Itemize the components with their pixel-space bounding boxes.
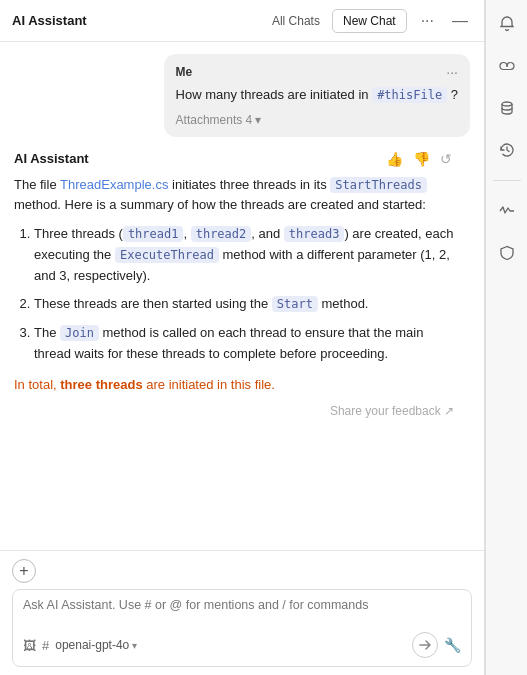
ai-message-body: The file ThreadExample.cs initiates thre… bbox=[14, 175, 454, 396]
ai-summary: In total, three threads are initiated in… bbox=[14, 375, 454, 396]
add-button-row: + bbox=[12, 559, 472, 583]
refresh-icon[interactable]: ↺ bbox=[438, 149, 454, 169]
new-chat-button[interactable]: New Chat bbox=[332, 9, 407, 33]
ai-label: AI Assistant bbox=[14, 151, 89, 166]
svg-point-0 bbox=[502, 102, 512, 106]
ai-actions: 👍 👎 ↺ bbox=[384, 149, 454, 169]
start-tag: Start bbox=[272, 296, 318, 312]
message-more-icon[interactable]: ··· bbox=[446, 64, 458, 80]
summary-after: are initiated in this file. bbox=[143, 377, 275, 392]
start-threads-tag: StartThreads bbox=[330, 177, 427, 193]
attachments-row[interactable]: Attachments 4 ▾ bbox=[176, 113, 458, 127]
user-message-text: How many threads are initiated in #thisF… bbox=[176, 85, 458, 105]
ai-p1-before: The file bbox=[14, 177, 60, 192]
user-message-header: Me ··· bbox=[176, 64, 458, 80]
model-label: openai-gpt-4o bbox=[55, 638, 129, 652]
all-chats-button[interactable]: All Chats bbox=[264, 10, 328, 32]
ai-list-item-1: Three threads (thread1, thread2, and thr… bbox=[34, 224, 454, 286]
feedback-link[interactable]: Share your feedback ↗ bbox=[330, 404, 454, 418]
sidebar-icon-activity[interactable] bbox=[495, 199, 519, 223]
model-selector[interactable]: openai-gpt-4o ▾ bbox=[55, 638, 137, 652]
sidebar-divider bbox=[493, 180, 521, 181]
bottom-bar: + 🖼 # openai-gpt-4o ▾ 🔧 bbox=[0, 550, 484, 675]
app-title: AI Assistant bbox=[12, 13, 87, 28]
ai-message-header: AI Assistant 👍 👎 ↺ bbox=[14, 149, 454, 169]
chat-input[interactable] bbox=[23, 598, 461, 626]
user-text-after: ? bbox=[447, 87, 458, 102]
chat-panel: AI Assistant All Chats New Chat ··· — Me… bbox=[0, 0, 485, 675]
file-link[interactable]: ThreadExample.cs bbox=[60, 177, 168, 192]
sidebar bbox=[485, 0, 527, 675]
sidebar-icon-spiral[interactable] bbox=[495, 54, 519, 78]
summary-before: In total, bbox=[14, 377, 60, 392]
ai-paragraph1: The file ThreadExample.cs initiates thre… bbox=[14, 175, 454, 217]
header: AI Assistant All Chats New Chat ··· — bbox=[0, 0, 484, 42]
thread2-tag: thread2 bbox=[191, 226, 252, 242]
send-icon bbox=[418, 638, 432, 652]
thumbs-down-icon[interactable]: 👎 bbox=[411, 149, 432, 169]
minimize-icon[interactable]: — bbox=[448, 10, 472, 32]
ai-list-item-2: These threads are then started using the… bbox=[34, 294, 454, 315]
chat-area: Me ··· How many threads are initiated in… bbox=[0, 42, 484, 550]
user-code-tag: #thisFile bbox=[372, 87, 447, 103]
sidebar-icon-bell[interactable] bbox=[495, 12, 519, 36]
send-button[interactable] bbox=[412, 632, 438, 658]
summary-bold: three threads bbox=[60, 377, 142, 392]
model-chevron-icon: ▾ bbox=[132, 640, 137, 651]
image-icon[interactable]: 🖼 bbox=[23, 638, 36, 653]
user-text-before: How many threads are initiated in bbox=[176, 87, 373, 102]
ai-list-item-3: The Join method is called on each thread… bbox=[34, 323, 454, 365]
more-options-icon[interactable]: ··· bbox=[415, 11, 440, 31]
tools-icon[interactable]: 🔧 bbox=[444, 637, 461, 653]
ai-method1-after: method. Here is a summary of how the thr… bbox=[14, 197, 426, 212]
feedback-row: Share your feedback ↗ bbox=[14, 404, 454, 418]
sidebar-icon-history[interactable] bbox=[495, 138, 519, 162]
ai-list: Three threads (thread1, thread2, and thr… bbox=[14, 224, 454, 365]
execute-thread-tag: ExecuteThread bbox=[115, 247, 219, 263]
ai-p1-after: initiates three threads in its bbox=[168, 177, 326, 192]
attachments-label: Attachments 4 bbox=[176, 113, 253, 127]
sidebar-icon-database[interactable] bbox=[495, 96, 519, 120]
sidebar-icon-shield[interactable] bbox=[495, 241, 519, 265]
user-message: Me ··· How many threads are initiated in… bbox=[164, 54, 470, 137]
join-tag: Join bbox=[60, 325, 99, 341]
header-nav: All Chats New Chat bbox=[264, 9, 407, 33]
thumbs-up-icon[interactable]: 👍 bbox=[384, 149, 405, 169]
add-button[interactable]: + bbox=[12, 559, 36, 583]
ai-message: AI Assistant 👍 👎 ↺ The file ThreadExampl… bbox=[14, 149, 454, 418]
thread3-tag: thread3 bbox=[284, 226, 345, 242]
attachments-chevron-icon: ▾ bbox=[255, 113, 261, 127]
thread1-tag: thread1 bbox=[123, 226, 184, 242]
input-area: 🖼 # openai-gpt-4o ▾ 🔧 bbox=[12, 589, 472, 667]
input-footer: 🖼 # openai-gpt-4o ▾ 🔧 bbox=[23, 632, 461, 658]
hash-icon[interactable]: # bbox=[42, 638, 49, 653]
user-label: Me bbox=[176, 65, 193, 79]
